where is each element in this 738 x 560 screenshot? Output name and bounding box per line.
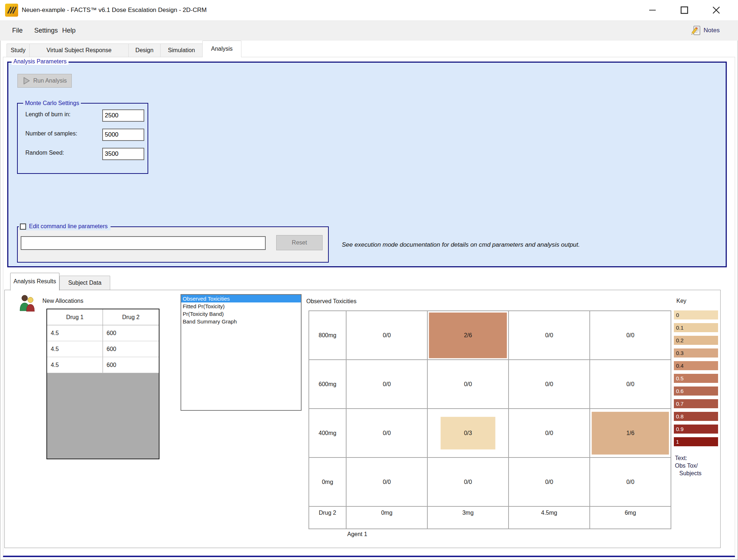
app-icon [5, 4, 18, 17]
random-seed-label: Random Seed: [25, 150, 64, 156]
alloc-header-row: Drug 1 Drug 2 [47, 309, 159, 325]
analysis-parameters-label: Analysis Parameters [12, 58, 69, 65]
grid-cell: 0/0 [590, 311, 671, 359]
key-swatch: 0.6 [674, 386, 718, 396]
grid-cell: 0/0 [347, 409, 427, 457]
key-swatch: 0.8 [674, 412, 718, 421]
grid-cell: 0/0 [428, 458, 508, 506]
grid-title: Observed Toxicities [306, 298, 356, 305]
menu-file[interactable]: File [9, 20, 26, 41]
row-label: 400mg [309, 409, 346, 457]
maximize-button[interactable] [673, 0, 695, 20]
notes-button[interactable]: Notes [691, 20, 734, 41]
facts-window: { "window": { "title": "Neuen-example - … [0, 0, 738, 560]
list-item-observed-toxicities[interactable]: Observed Toxicities [181, 295, 301, 302]
minimize-icon [648, 6, 657, 14]
grid-cell: 0/0 [509, 409, 589, 457]
grid-cell: 0/0 [347, 458, 427, 506]
alloc-cell[interactable]: 4.5 [47, 357, 103, 373]
menu-bar [0, 20, 738, 41]
run-analysis-label: Run Analysis [33, 78, 67, 84]
tab-simulation[interactable]: Simulation [160, 43, 203, 57]
grid-cell: 0/0 [509, 311, 589, 359]
key-title: Key [676, 298, 687, 304]
key-swatch: 0 [674, 310, 718, 319]
list-item-band-summary-graph[interactable]: Band Summary Graph [181, 318, 301, 325]
col-label: 6mg [590, 507, 671, 528]
key-swatch: 0.3 [674, 348, 718, 358]
tab-subject-data[interactable]: Subject Data [59, 276, 110, 290]
key-swatch: 0.9 [674, 425, 718, 434]
table-row[interactable]: 4.5 600 [47, 357, 159, 373]
results-view-listbox: Observed Toxicities Fitted Pr(Toxicity) … [181, 294, 302, 411]
alloc-cell[interactable]: 600 [103, 341, 159, 357]
grid-cell: 2/6 [428, 311, 508, 359]
burn-in-input[interactable] [102, 109, 144, 122]
col-label: 3mg [428, 507, 508, 528]
new-allocations-title: New Allocations [42, 298, 83, 304]
alloc-cell[interactable]: 4.5 [47, 341, 103, 357]
grid-cell: 0/0 [509, 360, 589, 408]
list-item-fitted-pr-toxicity[interactable]: Fitted Pr(Toxicity) [181, 302, 301, 310]
alloc-cell[interactable]: 600 [103, 325, 159, 341]
grid-cell: 0/0 [590, 360, 671, 408]
key-note: Text: Obs Tox/ Subjects [675, 454, 701, 477]
num-samples-label: Number of samples: [25, 130, 77, 137]
window-title: Neuen-example - FACTS™ v6.1 Dose Escalat… [22, 0, 207, 20]
grid-corner-label: Drug 2 [309, 507, 346, 528]
row-label: 600mg [309, 360, 346, 408]
table-row[interactable]: 4.5 600 [47, 341, 159, 357]
alloc-col-drug2[interactable]: Drug 2 [103, 309, 159, 325]
tab-analysis-results[interactable]: Analysis Results [10, 273, 59, 291]
key-swatch: 1 [674, 437, 718, 446]
key-swatch: 0.1 [674, 323, 718, 332]
tab-design[interactable]: Design [128, 43, 161, 57]
run-analysis-button[interactable]: Run Analysis [17, 74, 72, 88]
menu-settings[interactable]: Settings [31, 20, 61, 41]
grid-cell: 0/0 [428, 360, 508, 408]
key-swatch: 0.7 [674, 399, 718, 408]
menu-help[interactable]: Help [59, 20, 79, 41]
subjects-icon [19, 294, 36, 313]
play-icon [22, 77, 30, 85]
new-allocations-table: Drug 1 Drug 2 4.5 600 4.5 600 4.5 600 [46, 309, 159, 459]
key-swatch: 0.2 [674, 336, 718, 345]
notes-icon [691, 25, 701, 36]
close-button[interactable] [705, 0, 727, 20]
random-seed-input[interactable] [102, 148, 144, 160]
grid-cell: 0/0 [347, 360, 427, 408]
num-samples-input[interactable] [102, 129, 144, 141]
notes-label: Notes [704, 27, 720, 34]
maximize-icon [680, 6, 689, 14]
edit-cmd-label: Edit command line parameters [29, 223, 108, 230]
edit-cmd-checkbox[interactable] [20, 223, 26, 230]
close-icon [712, 6, 721, 14]
list-item-pr-toxicity-band[interactable]: Pr(Toxicity Band) [181, 310, 301, 318]
grid-cell: 0/0 [590, 458, 671, 506]
grid-cell: 1/6 [590, 409, 671, 457]
minimize-button[interactable] [642, 0, 663, 20]
cmd-note-text: See execution mode documentation for det… [342, 241, 580, 248]
col-label: 0mg [347, 507, 427, 528]
monte-carlo-label: Monte Carlo Settings [23, 100, 81, 106]
col-label: 4.5mg [509, 507, 589, 528]
grid-cell: 0/3 [428, 409, 508, 457]
alloc-cell[interactable]: 600 [103, 357, 159, 373]
title-bar: Neuen-example - FACTS™ v6.1 Dose Escalat… [0, 0, 738, 20]
alloc-col-drug1[interactable]: Drug 1 [47, 309, 103, 325]
tab-study[interactable]: Study [7, 43, 30, 57]
key-swatch: 0.5 [674, 374, 718, 383]
cmd-parameters-input[interactable] [21, 236, 266, 250]
tab-virtual-subject-response[interactable]: Virtual Subject Response [29, 43, 129, 57]
tab-analysis[interactable]: Analysis [202, 41, 241, 57]
reset-label: Reset [292, 239, 307, 246]
edit-cmd-caption: Edit command line parameters [19, 222, 111, 230]
grid-axis-label: Agent 1 [347, 531, 367, 538]
grid-cell: 0/0 [347, 311, 427, 359]
alloc-cell[interactable]: 4.5 [47, 325, 103, 341]
key-swatch: 0.4 [674, 361, 718, 370]
table-row[interactable]: 4.5 600 [47, 325, 159, 341]
row-label: 800mg [309, 311, 346, 359]
reset-button[interactable]: Reset [276, 235, 323, 250]
observed-toxicities-grid: 800mg 0/0 2/6 0/0 0/0 600mg 0/0 0/0 0/0 … [308, 310, 671, 529]
